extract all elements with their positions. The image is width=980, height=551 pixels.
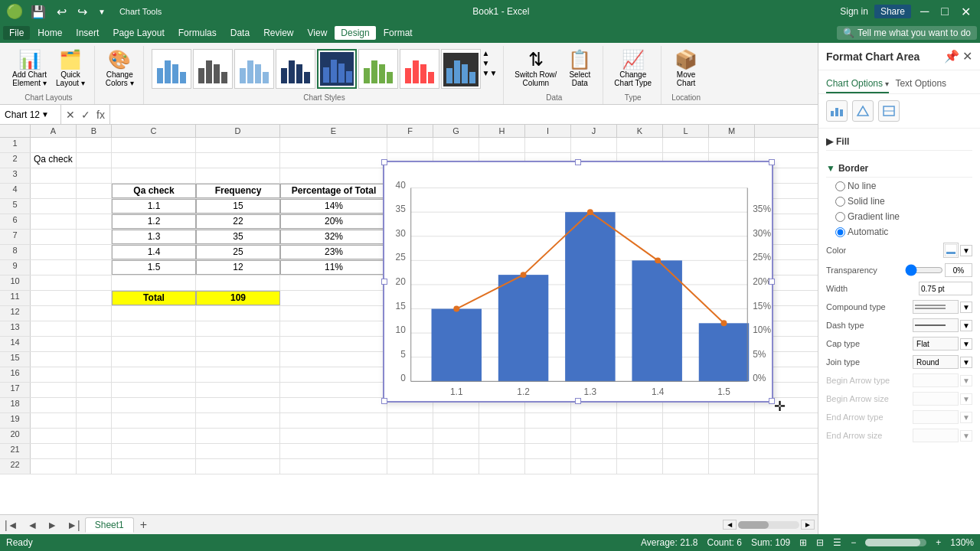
color-dropdown-btn[interactable]: ▼: [960, 245, 972, 256]
automatic-input[interactable]: [835, 227, 845, 237]
add-chart-element-btn[interactable]: 📊 Add ChartElement ▾: [9, 49, 50, 89]
cell-A6[interactable]: [31, 214, 77, 229]
gallery-more[interactable]: ▼▼: [482, 69, 498, 77]
cell-A5[interactable]: [31, 199, 77, 214]
cell-C21[interactable]: [112, 444, 196, 458]
cell-A10[interactable]: [31, 276, 77, 290]
menu-item-page-layout[interactable]: Page Layout: [106, 26, 170, 40]
cell-J20[interactable]: [571, 429, 617, 443]
h-scroll-left[interactable]: ◄: [723, 520, 737, 530]
cell-D4[interactable]: Frequency: [196, 184, 280, 198]
undo-icon[interactable]: ↩: [54, 5, 70, 19]
col-header-g[interactable]: G: [433, 125, 479, 137]
cell-C18[interactable]: [112, 398, 196, 412]
chart-style-8[interactable]: [441, 49, 481, 89]
cell-D9[interactable]: 12: [196, 260, 280, 275]
solid-line-input[interactable]: [835, 197, 845, 207]
col-header-a[interactable]: A: [31, 125, 77, 137]
change-chart-type-btn[interactable]: 📈 ChangeChart Type: [611, 49, 655, 89]
cell-M20[interactable]: [709, 429, 755, 443]
compound-type-btn[interactable]: ▼: [960, 302, 972, 313]
panel-close-icon[interactable]: ✕: [962, 49, 972, 64]
insert-function-btn[interactable]: fx: [95, 109, 106, 121]
change-colors-btn[interactable]: 🎨 ChangeColors ▾: [103, 49, 137, 89]
sheet-nav-prev[interactable]: ◄: [23, 519, 43, 531]
cell-C19[interactable]: [112, 413, 196, 428]
cell-E19[interactable]: [280, 413, 387, 428]
cap-type-btn[interactable]: ▼: [960, 338, 972, 350]
cell-A2[interactable]: Qa check: [31, 153, 77, 168]
cell-E5[interactable]: 14%: [280, 199, 387, 214]
chart-style-1[interactable]: [152, 49, 191, 89]
cell-D14[interactable]: [196, 337, 280, 351]
cell-K1[interactable]: [617, 138, 663, 152]
join-type-btn[interactable]: ▼: [960, 357, 972, 368]
cell-A12[interactable]: [31, 306, 77, 321]
cell-G19[interactable]: [433, 413, 479, 428]
add-sheet-btn[interactable]: +: [134, 518, 153, 532]
confirm-formula-btn[interactable]: ✓: [80, 109, 92, 121]
sheet-nav-last[interactable]: ►|: [62, 519, 85, 531]
chart-handle-mr[interactable]: [769, 279, 775, 285]
cell-C4[interactable]: Qa check: [112, 184, 196, 198]
cell-L19[interactable]: [663, 413, 709, 428]
gradient-line-radio[interactable]: Gradient line: [835, 211, 900, 222]
cell-A13[interactable]: [31, 321, 77, 336]
cell-A17[interactable]: [31, 383, 77, 397]
color-picker-btn[interactable]: [943, 243, 959, 258]
cell-D16[interactable]: [196, 367, 280, 382]
cell-B2[interactable]: [77, 153, 112, 168]
cell-B14[interactable]: [77, 337, 112, 351]
cell-F19[interactable]: [387, 413, 433, 428]
cell-F20[interactable]: [387, 429, 433, 443]
cell-I19[interactable]: [525, 413, 571, 428]
chart-handle-tl[interactable]: [381, 159, 387, 165]
customize-icon[interactable]: ▼: [95, 8, 109, 16]
cell-I22[interactable]: [525, 459, 571, 474]
cell-B22[interactable]: [77, 459, 112, 474]
sheet-nav-first[interactable]: |◄: [0, 519, 23, 531]
cell-A22[interactable]: [31, 459, 77, 474]
cell-L20[interactable]: [663, 429, 709, 443]
sheet-nav-next[interactable]: ►: [42, 519, 62, 531]
menu-item-file[interactable]: File: [3, 26, 30, 40]
cell-C12[interactable]: [112, 306, 196, 321]
cell-D7[interactable]: 35: [196, 230, 280, 244]
cell-A4[interactable]: [31, 184, 77, 198]
chart-handle-bl[interactable]: [381, 398, 387, 404]
cell-B7[interactable]: [77, 230, 112, 244]
tab-text-options[interactable]: Text Options: [895, 75, 946, 93]
cell-D5[interactable]: 15: [196, 199, 280, 214]
col-header-e[interactable]: E: [280, 125, 387, 137]
share-btn[interactable]: Share: [874, 5, 911, 18]
cell-E15[interactable]: [280, 352, 387, 367]
chart-move-cursor[interactable]: ✛: [774, 398, 786, 415]
cell-F22[interactable]: [387, 459, 433, 474]
zoom-out-btn[interactable]: −: [851, 537, 856, 548]
menu-item-review[interactable]: Review: [257, 26, 299, 40]
page-break-view-btn[interactable]: ⊟: [816, 537, 824, 548]
cell-E13[interactable]: [280, 321, 387, 336]
cell-C3[interactable]: [112, 168, 196, 183]
cell-C7[interactable]: 1.3: [112, 230, 196, 244]
chart-handle-tr[interactable]: [769, 159, 775, 165]
cell-B16[interactable]: [77, 367, 112, 382]
cell-J1[interactable]: [571, 138, 617, 152]
cell-J21[interactable]: [571, 444, 617, 458]
cell-C22[interactable]: [112, 459, 196, 474]
cell-J19[interactable]: [571, 413, 617, 428]
cell-A8[interactable]: [31, 245, 77, 259]
menu-item-formulas[interactable]: Formulas: [172, 26, 223, 40]
minimize-btn[interactable]: ─: [917, 5, 932, 18]
cell-A21[interactable]: [31, 444, 77, 458]
zoom-in-btn[interactable]: +: [936, 537, 941, 548]
cell-A9[interactable]: [31, 260, 77, 275]
cell-C14[interactable]: [112, 337, 196, 351]
cell-D17[interactable]: [196, 383, 280, 397]
cell-B21[interactable]: [77, 444, 112, 458]
gradient-line-input[interactable]: [835, 212, 845, 222]
cell-D3[interactable]: [196, 168, 280, 183]
chart-handle-tm[interactable]: [575, 159, 581, 165]
cell-E2[interactable]: [280, 153, 387, 168]
page-layout-view-btn[interactable]: ⊞: [799, 537, 807, 548]
